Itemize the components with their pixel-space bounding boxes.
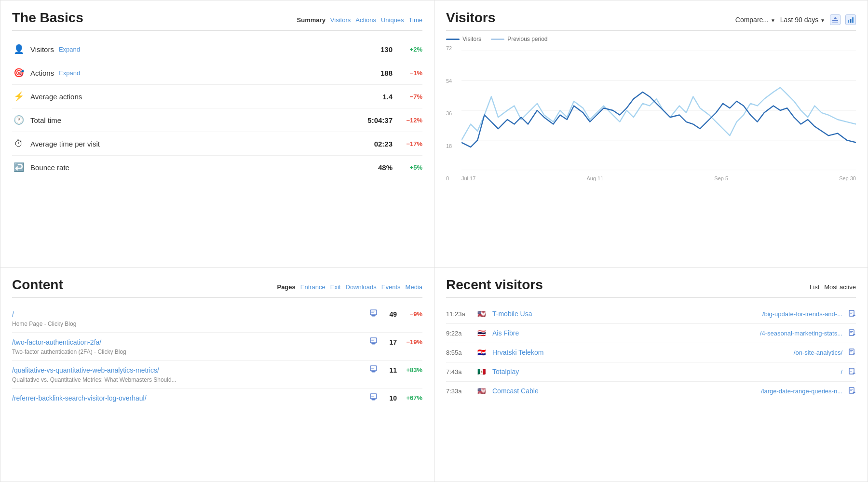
content-tab-pages[interactable]: Pages [277, 283, 295, 291]
previous-period-line [461, 87, 856, 140]
chevron-down-icon: ▼ [771, 18, 775, 23]
content-row-count: 17 [382, 338, 397, 346]
basics-title: The Basics [12, 10, 83, 26]
basics-row-value: 130 [354, 45, 393, 54]
visitor-path[interactable]: /large-date-range-queries-n... [613, 388, 842, 395]
basics-row: 🕐 Total time 5:04:37 −12% [12, 108, 422, 132]
country-flag: 🇺🇸 [476, 310, 487, 317]
legend-previous: Previous period [491, 36, 547, 42]
svg-rect-14 [371, 311, 375, 311]
export-icon[interactable] [830, 14, 841, 25]
svg-rect-32 [850, 312, 853, 312]
svg-rect-15 [371, 312, 374, 312]
content-row-change: +67% [401, 394, 422, 402]
visitor-log-icon[interactable] [848, 329, 856, 338]
country-flag: 🇭🇷 [476, 349, 487, 356]
visitors-title: Visitors [446, 10, 495, 26]
tab-time-link[interactable]: Time [409, 16, 422, 24]
chart-icon[interactable] [845, 14, 856, 25]
svg-rect-24 [371, 367, 375, 367]
content-tab-entrance[interactable]: Entrance [300, 283, 326, 291]
visitor-path[interactable]: / [613, 368, 842, 375]
content-tab-events[interactable]: Events [381, 283, 401, 291]
content-row-desc: Two-factor authentication (2FA) - Clicky… [12, 348, 422, 355]
svg-rect-22 [371, 371, 376, 372]
tab-most-active[interactable]: Most active [824, 283, 856, 291]
svg-rect-28 [372, 400, 375, 401]
legend-visitors-line [446, 39, 460, 40]
tab-uniques-link[interactable]: Uniques [381, 16, 404, 24]
recent-tabs: List Most active [810, 283, 856, 291]
basics-row-change: +5% [398, 164, 422, 171]
expand-link[interactable]: Expand [59, 46, 80, 53]
svg-rect-27 [371, 399, 376, 400]
visitor-path[interactable]: /on-site-analytics/ [613, 349, 842, 356]
content-header: Content Pages Entrance Exit Downloads Ev… [12, 277, 422, 298]
visitor-log-icon[interactable] [848, 348, 856, 357]
content-row-desc: Qualitative vs. Quantitative Metrics: Wh… [12, 376, 422, 383]
content-row-path[interactable]: /referrer-backlink-search-visitor-log-ov… [12, 394, 370, 402]
visitor-name[interactable]: Comcast Cable [492, 387, 607, 395]
period-btn[interactable]: Last 90 days ▼ [780, 16, 825, 24]
tab-list[interactable]: List [810, 283, 819, 291]
content-tab-exit[interactable]: Exit [330, 283, 341, 291]
basics-row-icon: 🕐 [12, 113, 26, 127]
basics-panel: The Basics Summary Visitors Actions Uniq… [0, 0, 434, 268]
basics-row: 🎯 Actions Expand 188 −1% [12, 61, 422, 85]
basics-row-label: Total time [30, 116, 354, 124]
basics-row-value: 02:23 [354, 140, 393, 148]
svg-rect-48 [850, 389, 853, 389]
basics-row: ⏱ Average time per visit 02:23 −17% [12, 132, 422, 156]
basics-tabs: Summary Visitors Actions Uniques Time [297, 16, 422, 24]
content-row: /qualitative-vs-quantitative-web-analyti… [12, 361, 422, 388]
tab-visitors-link[interactable]: Visitors [330, 16, 351, 24]
recent-time: 11:23a [446, 310, 470, 318]
svg-rect-13 [372, 316, 375, 317]
svg-rect-36 [850, 331, 853, 332]
basics-row-label: Average actions [30, 93, 354, 101]
visitor-name[interactable]: Hrvatski Telekom [492, 348, 607, 356]
chevron-down-icon2: ▼ [820, 18, 825, 23]
basics-row-icon: 🎯 [12, 66, 26, 80]
visitor-name[interactable]: Ais Fibre [492, 329, 607, 337]
expand-link[interactable]: Expand [59, 69, 80, 77]
svg-rect-49 [850, 390, 852, 390]
content-row-path[interactable]: /two-factor-authentication-2fa/ [12, 338, 370, 346]
svg-rect-3 [848, 20, 849, 23]
recent-visitor-row: 11:23a 🇺🇸 T-mobile Usa /big-update-for-t… [446, 305, 856, 324]
basics-row-label: Bounce rate [30, 163, 354, 172]
recent-visitor-row: 8:55a 🇭🇷 Hrvatski Telekom /on-site-analy… [446, 343, 856, 362]
basics-row-change: −12% [398, 117, 422, 124]
page-view-icon [370, 365, 379, 375]
visitors-chart-svg [461, 45, 856, 175]
visitor-log-icon[interactable] [848, 309, 856, 319]
visitors-header: Visitors Compare... ▼ Last 90 days ▼ [446, 10, 856, 31]
recent-time: 8:55a [446, 349, 470, 356]
visitor-path[interactable]: /big-update-for-trends-and-... [613, 310, 842, 318]
y-axis: 72 54 36 18 0 [446, 45, 460, 181]
visitors-controls: Compare... ▼ Last 90 days ▼ [735, 14, 856, 25]
compare-btn[interactable]: Compare... ▼ [735, 16, 775, 24]
recent-time: 7:33a [446, 388, 470, 395]
basics-row: ⚡ Average actions 1.4 −7% [12, 85, 422, 108]
basics-row-value: 5:04:37 [354, 116, 393, 124]
basics-row-icon: 👤 [12, 42, 26, 56]
content-rows: / 49 −9% Home Page - Clicky Blog /two-fa… [12, 305, 422, 408]
basics-header: The Basics Summary Visitors Actions Uniq… [12, 10, 422, 31]
content-tab-downloads[interactable]: Downloads [346, 283, 377, 291]
visitor-log-icon[interactable] [848, 387, 856, 396]
content-tab-media[interactable]: Media [406, 283, 422, 291]
visitors-panel: Visitors Compare... ▼ Last 90 days ▼ [434, 0, 868, 268]
visitor-name[interactable]: Totalplay [492, 368, 607, 375]
content-row-change: −9% [401, 310, 422, 318]
content-row-path[interactable]: / [12, 310, 370, 318]
visitor-path[interactable]: /4-seasonal-marketing-stats... [613, 330, 842, 337]
tab-actions-link[interactable]: Actions [355, 16, 376, 24]
visitor-log-icon[interactable] [848, 367, 856, 376]
visitor-name[interactable]: T-mobile Usa [492, 310, 607, 318]
tab-summary[interactable]: Summary [297, 16, 326, 24]
recent-time: 7:43a [446, 368, 470, 375]
content-row-path[interactable]: /qualitative-vs-quantitative-web-analyti… [12, 366, 370, 374]
basics-row-label: Average time per visit [30, 140, 354, 148]
content-tabs: Pages Entrance Exit Downloads Events Med… [277, 283, 422, 291]
